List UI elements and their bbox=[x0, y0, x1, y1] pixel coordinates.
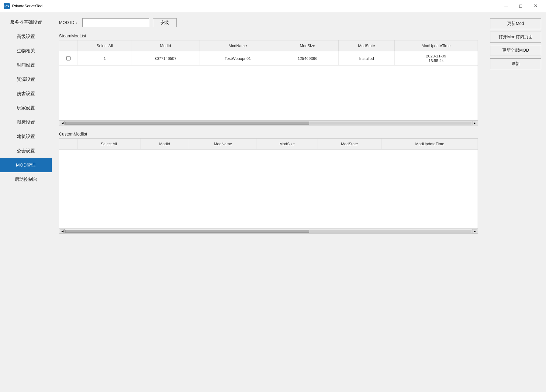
custom-mod-list-title: CustomModlist bbox=[59, 132, 478, 136]
install-button[interactable]: 安装 bbox=[153, 18, 177, 27]
sidebar-item-resource[interactable]: 资源设置 bbox=[0, 72, 52, 87]
window-controls: ─ □ ✕ bbox=[499, 1, 542, 11]
refresh-button[interactable]: 刷新 bbox=[490, 58, 541, 69]
sidebar-item-server-basic[interactable]: 服务器基础设置 bbox=[0, 15, 52, 29]
sidebar-item-mod[interactable]: MOD管理 bbox=[0, 158, 52, 172]
sidebar: 服务器基础设置 高级设置 生物相关 时间设置 资源设置 伤害设置 玩家设置 图标… bbox=[0, 12, 52, 392]
row-mod-update-time: 2023-11-09 13:55:44 bbox=[395, 51, 478, 66]
steam-scroll-left[interactable]: ◀ bbox=[60, 121, 65, 125]
mod-id-label: MOD ID： bbox=[59, 20, 79, 26]
custom-scroll-thumb bbox=[65, 230, 309, 233]
steam-mod-list-title: SteamModList bbox=[59, 33, 478, 38]
steam-col-checkbox bbox=[59, 40, 78, 51]
app-icon-text: PS bbox=[5, 4, 9, 8]
sidebar-item-console[interactable]: 启动控制台 bbox=[0, 172, 52, 187]
maximize-button[interactable]: □ bbox=[514, 1, 528, 11]
open-mod-page-button[interactable]: 打开Mod订阅页面 bbox=[490, 32, 541, 43]
title-bar-left: PS PrivateServerTool bbox=[4, 3, 43, 9]
row-checkbox-cell[interactable] bbox=[59, 51, 78, 66]
custom-col-select-all[interactable]: Select All bbox=[78, 139, 140, 150]
steam-table-wrapper[interactable]: Select All ModId ModName ModSize ModStat… bbox=[59, 40, 478, 120]
window-title: PrivateServerTool bbox=[12, 4, 43, 8]
custom-mod-table: Select All ModId ModName ModSize ModStat… bbox=[59, 139, 478, 229]
row-checkbox[interactable] bbox=[66, 56, 71, 60]
custom-table-scrollbar[interactable]: ◀ ▶ bbox=[59, 229, 478, 233]
sidebar-item-advanced[interactable]: 高级设置 bbox=[0, 29, 52, 44]
sidebar-item-guild[interactable]: 公会设置 bbox=[0, 144, 52, 158]
custom-table-body bbox=[59, 150, 478, 229]
update-all-mod-button[interactable]: 更新全部MOD bbox=[490, 45, 541, 56]
custom-col-mod-size: ModSize bbox=[257, 139, 317, 150]
mod-id-input[interactable] bbox=[82, 18, 149, 27]
custom-scroll-track[interactable] bbox=[65, 230, 472, 233]
custom-scroll-right[interactable]: ▶ bbox=[472, 229, 477, 233]
steam-col-mod-id: ModId bbox=[132, 40, 199, 51]
sidebar-item-time[interactable]: 时间设置 bbox=[0, 58, 52, 72]
sidebar-item-creature[interactable]: 生物相关 bbox=[0, 44, 52, 58]
steam-col-select-all[interactable]: Select All bbox=[78, 40, 132, 51]
steam-table-body: 1 3077146507 TestWeaopn01 125469396 Inst… bbox=[59, 51, 478, 120]
row-mod-name: TestWeaopn01 bbox=[199, 51, 276, 66]
row-num: 1 bbox=[78, 51, 132, 66]
custom-col-mod-state: ModState bbox=[317, 139, 382, 150]
steam-col-mod-state: ModState bbox=[339, 40, 395, 51]
steam-col-mod-name: ModName bbox=[199, 40, 276, 51]
sidebar-item-icon[interactable]: 图标设置 bbox=[0, 115, 52, 129]
steam-mod-table: Select All ModId ModName ModSize ModStat… bbox=[59, 40, 478, 120]
sidebar-item-damage[interactable]: 伤害设置 bbox=[0, 87, 52, 101]
main-window: PS PrivateServerTool ─ □ ✕ 服务器基础设置 高级设置 … bbox=[0, 0, 546, 392]
steam-scroll-thumb bbox=[65, 122, 309, 125]
custom-col-mod-name: ModName bbox=[189, 139, 257, 150]
row-mod-id: 3077146507 bbox=[132, 51, 199, 66]
custom-col-mod-id: ModId bbox=[140, 139, 189, 150]
content-area: MOD ID： 安装 SteamModList Select All ModId… bbox=[52, 12, 485, 392]
steam-scroll-right[interactable]: ▶ bbox=[472, 121, 477, 125]
app-icon: PS bbox=[4, 3, 10, 9]
steam-table-scrollbar[interactable]: ◀ ▶ bbox=[59, 120, 478, 125]
title-bar: PS PrivateServerTool ─ □ ✕ bbox=[0, 0, 546, 12]
right-panel: 更新Mod 打开Mod订阅页面 更新全部MOD 刷新 bbox=[485, 12, 546, 392]
table-row: 1 3077146507 TestWeaopn01 125469396 Inst… bbox=[59, 51, 478, 66]
custom-scroll-left[interactable]: ◀ bbox=[60, 229, 65, 233]
custom-col-checkbox bbox=[59, 139, 78, 150]
custom-table-wrapper[interactable]: Select All ModId ModName ModSize ModStat… bbox=[59, 139, 478, 229]
main-content: 服务器基础设置 高级设置 生物相关 时间设置 资源设置 伤害设置 玩家设置 图标… bbox=[0, 12, 546, 392]
sidebar-item-player[interactable]: 玩家设置 bbox=[0, 101, 52, 115]
row-mod-state: Installed bbox=[339, 51, 395, 66]
mod-id-row: MOD ID： 安装 bbox=[59, 18, 478, 27]
steam-scroll-track[interactable] bbox=[65, 122, 472, 125]
minimize-button[interactable]: ─ bbox=[499, 1, 513, 11]
update-mod-button[interactable]: 更新Mod bbox=[490, 18, 541, 29]
sidebar-item-building[interactable]: 建筑设置 bbox=[0, 129, 52, 144]
steam-col-mod-size: ModSize bbox=[276, 40, 339, 51]
steam-mod-list-container: Select All ModId ModName ModSize ModStat… bbox=[59, 40, 478, 126]
custom-col-mod-update-time: ModUpdateTime bbox=[382, 139, 478, 150]
steam-col-mod-update-time: ModUpdateTime bbox=[395, 40, 478, 51]
row-mod-size: 125469396 bbox=[276, 51, 339, 66]
custom-mod-list-container: Select All ModId ModName ModSize ModStat… bbox=[59, 138, 478, 234]
close-button[interactable]: ✕ bbox=[528, 1, 542, 11]
